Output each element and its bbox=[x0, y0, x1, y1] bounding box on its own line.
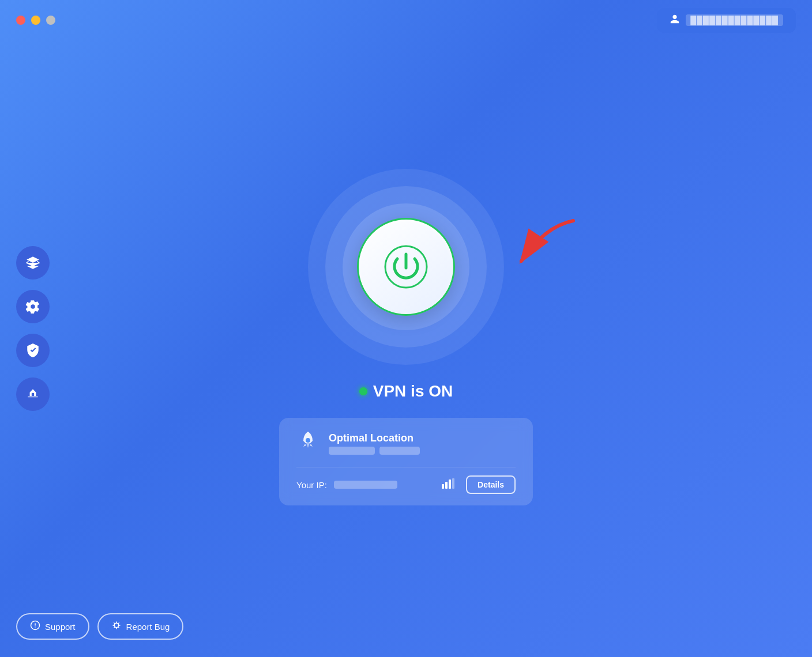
ring-middle bbox=[325, 186, 487, 348]
titlebar: ██████████████ bbox=[0, 0, 812, 40]
bottom-bar: Support Report Bug bbox=[16, 613, 183, 640]
close-button[interactable] bbox=[16, 16, 25, 25]
ip-row: Your IP: Details bbox=[296, 467, 516, 494]
svg-rect-6 bbox=[452, 478, 454, 489]
user-email: ██████████████ bbox=[686, 14, 783, 26]
status-dot bbox=[359, 387, 367, 395]
svg-rect-3 bbox=[442, 484, 444, 489]
power-button[interactable] bbox=[357, 218, 455, 316]
user-icon bbox=[670, 14, 680, 27]
power-area bbox=[308, 169, 504, 365]
rocket-icon bbox=[296, 429, 319, 458]
report-bug-label: Report Bug bbox=[126, 622, 170, 632]
location-sub-1 bbox=[329, 447, 375, 455]
minimize-button[interactable] bbox=[31, 16, 40, 25]
svg-point-2 bbox=[306, 438, 310, 443]
location-info: Optimal Location bbox=[329, 432, 420, 455]
support-button[interactable]: Support bbox=[16, 613, 89, 640]
ip-value bbox=[334, 481, 397, 489]
svg-rect-5 bbox=[449, 479, 451, 489]
location-sub-2 bbox=[379, 447, 420, 455]
ring-outer bbox=[308, 169, 504, 365]
support-icon bbox=[30, 620, 40, 633]
ring-inner bbox=[343, 203, 469, 330]
support-label: Support bbox=[45, 622, 76, 632]
maximize-button[interactable] bbox=[46, 16, 55, 25]
signal-icon bbox=[442, 478, 454, 491]
user-account-button[interactable]: ██████████████ bbox=[657, 8, 796, 33]
location-sub bbox=[329, 447, 420, 455]
info-card: Optimal Location Your IP: Details bbox=[279, 418, 533, 505]
details-button[interactable]: Details bbox=[466, 475, 516, 494]
bug-icon bbox=[111, 620, 122, 633]
vpn-status-text: VPN is ON bbox=[373, 382, 453, 401]
window-controls bbox=[16, 16, 55, 25]
location-row: Optimal Location bbox=[296, 429, 516, 467]
location-title: Optimal Location bbox=[329, 432, 420, 444]
svg-rect-4 bbox=[445, 482, 448, 489]
report-bug-button[interactable]: Report Bug bbox=[97, 613, 184, 640]
main-content: VPN is ON Optimal Location bbox=[0, 40, 812, 657]
ip-label: Your IP: bbox=[296, 480, 327, 490]
vpn-status: VPN is ON bbox=[359, 382, 453, 401]
